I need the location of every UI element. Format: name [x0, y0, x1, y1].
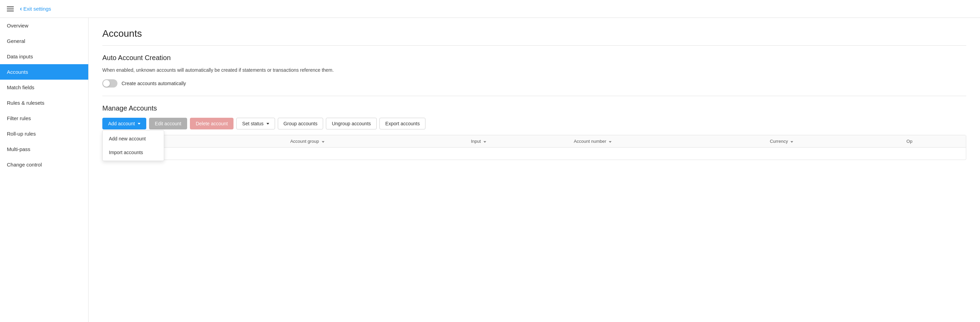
set-status-chevron-icon — [266, 123, 269, 125]
table-row — [103, 148, 966, 160]
manage-accounts-title: Manage Accounts — [102, 105, 966, 112]
toggle-row: Create accounts automatically — [102, 79, 966, 87]
add-account-chevron-icon — [138, 123, 140, 125]
group-accounts-label: Group accounts — [284, 121, 318, 126]
delete-account-button[interactable]: Delete account — [190, 118, 234, 129]
group-accounts-button[interactable]: Group accounts — [278, 118, 323, 129]
sidebar-item-accounts[interactable]: Accounts — [0, 64, 88, 79]
sidebar-item-multi-pass[interactable]: Multi-pass — [0, 141, 88, 157]
toggle-label: Create accounts automatically — [122, 81, 186, 86]
sidebar-item-match-fields[interactable]: Match fields — [0, 79, 88, 95]
toolbar: Add account Add new account Import accou… — [102, 118, 966, 129]
exit-settings-label: Exit settings — [23, 6, 51, 12]
col-account-number[interactable]: Account number — [569, 135, 765, 148]
col-account-group[interactable]: Account group — [285, 135, 466, 148]
sidebar: Overview General Data inputs Accounts Ma… — [0, 18, 89, 322]
toggle-thumb — [103, 80, 110, 87]
auto-account-description: When enabled, unknown accounts will auto… — [102, 67, 966, 74]
divider-2 — [102, 96, 966, 96]
sidebar-item-data-inputs[interactable]: Data inputs — [0, 49, 88, 64]
hamburger-icon[interactable] — [7, 6, 14, 11]
set-status-button[interactable]: Set status — [236, 118, 275, 129]
add-account-dropdown-wrapper: Add account Add new account Import accou… — [102, 118, 146, 129]
col-currency[interactable]: Currency — [765, 135, 902, 148]
accounts-table: Account status Account group Input — [103, 135, 966, 160]
sidebar-item-rules-rulesets[interactable]: Rules & rulesets — [0, 95, 88, 111]
topbar: ‹ Exit settings — [0, 0, 980, 18]
accounts-table-container: Account status Account group Input — [102, 135, 966, 160]
edit-account-button[interactable]: Edit account — [149, 118, 187, 129]
export-accounts-label: Export accounts — [385, 121, 420, 126]
col-op[interactable]: Op — [902, 135, 966, 148]
divider-1 — [102, 45, 966, 46]
toggle-track[interactable] — [102, 79, 118, 87]
add-account-label: Add account — [108, 121, 135, 126]
col-input-sort-icon — [484, 141, 486, 143]
sidebar-item-filter-rules[interactable]: Filter rules — [0, 111, 88, 126]
add-account-dropdown-menu: Add new account Import accounts — [102, 130, 164, 161]
set-status-label: Set status — [242, 121, 263, 126]
ungroup-accounts-button[interactable]: Ungroup accounts — [326, 118, 377, 129]
edit-account-label: Edit account — [155, 121, 181, 126]
col-account-group-sort-icon — [322, 141, 325, 143]
import-accounts-item[interactable]: Import accounts — [103, 146, 164, 159]
main-layout: Overview General Data inputs Accounts Ma… — [0, 18, 980, 322]
add-new-account-item[interactable]: Add new account — [103, 132, 164, 146]
create-accounts-toggle[interactable] — [102, 79, 118, 87]
col-currency-sort-icon — [791, 141, 793, 143]
sidebar-item-overview[interactable]: Overview — [0, 18, 88, 33]
ungroup-accounts-label: Ungroup accounts — [332, 121, 371, 126]
sidebar-item-general[interactable]: General — [0, 33, 88, 49]
table-body — [103, 148, 966, 160]
auto-account-section-title: Auto Account Creation — [102, 54, 966, 62]
add-account-button[interactable]: Add account — [102, 118, 146, 129]
table-header: Account status Account group Input — [103, 135, 966, 148]
sidebar-item-roll-up-rules[interactable]: Roll-up rules — [0, 126, 88, 141]
sidebar-item-change-control[interactable]: Change control — [0, 157, 88, 172]
delete-account-label: Delete account — [196, 121, 228, 126]
exit-settings-link[interactable]: ‹ Exit settings — [20, 5, 51, 13]
content-area: Accounts Auto Account Creation When enab… — [89, 18, 980, 322]
page-title: Accounts — [102, 28, 966, 39]
export-accounts-button[interactable]: Export accounts — [379, 118, 425, 129]
col-account-number-sort-icon — [609, 141, 612, 143]
chevron-left-icon: ‹ — [20, 5, 22, 13]
col-input[interactable]: Input — [466, 135, 569, 148]
